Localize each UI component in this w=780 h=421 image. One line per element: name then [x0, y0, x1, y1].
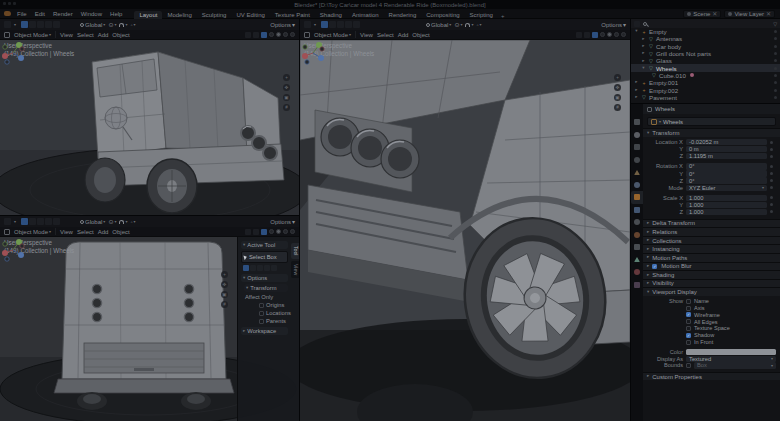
- tab-render[interactable]: [631, 129, 643, 142]
- snap-magnet-toggle[interactable]: ▾: [465, 22, 473, 27]
- shading-wireframe-icon[interactable]: [600, 32, 605, 37]
- measure-tool-button[interactable]: [353, 21, 360, 28]
- proportional-editing-toggle[interactable]: ◦▾: [476, 22, 481, 28]
- navigation-gizmo[interactable]: [0, 237, 26, 263]
- tab-particles[interactable]: [631, 216, 643, 229]
- transform-orientation-dropdown[interactable]: Global▾: [80, 22, 105, 28]
- mode-dropdown[interactable]: Object Mode▾: [14, 32, 51, 38]
- panel-transform[interactable]: ▾Transform: [244, 284, 288, 292]
- object-menu[interactable]: Object: [412, 32, 429, 38]
- scene-selector[interactable]: Scene✕: [683, 10, 721, 18]
- show-overlays-icon[interactable]: [253, 229, 259, 235]
- tab-object[interactable]: [631, 191, 643, 204]
- transform-orientation-dropdown[interactable]: Global▾: [80, 219, 105, 225]
- panel-custom-properties[interactable]: ▸Custom Properties: [643, 372, 780, 381]
- show-overlays-icon[interactable]: [584, 32, 590, 38]
- bounds-checkbox[interactable]: [686, 363, 691, 368]
- add-menu[interactable]: Add: [398, 32, 409, 38]
- cursor-tool-button[interactable]: [37, 21, 44, 28]
- workspace-tab-sculpting[interactable]: Sculpting: [197, 11, 232, 19]
- rotation-mode-dropdown[interactable]: XYZ Euler▾: [686, 185, 767, 191]
- xray-toggle-icon[interactable]: [261, 229, 267, 235]
- outliner-item-glass[interactable]: ▸▽Glass: [631, 57, 780, 64]
- shading-material-icon[interactable]: [283, 229, 288, 234]
- outliner-item-cube-010[interactable]: ▽Cube.010: [631, 72, 780, 79]
- pan-button[interactable]: ✥: [283, 84, 290, 91]
- move-tool-button[interactable]: [345, 21, 352, 28]
- 3d-viewport-canvas[interactable]: User Perspective (149) Collection | Whee…: [0, 40, 299, 215]
- viewport-options-dropdown[interactable]: Options▾: [270, 21, 295, 28]
- move-tool-button[interactable]: [45, 218, 52, 225]
- view-menu[interactable]: View: [360, 32, 373, 38]
- xray-toggle-icon[interactable]: [592, 32, 598, 38]
- unlink-scene-icon[interactable]: ✕: [712, 10, 717, 17]
- tab-world[interactable]: [631, 179, 643, 192]
- outliner-item-grill-doors[interactable]: ▸▽Grill doors Not parts: [631, 50, 780, 57]
- editor-type-icon[interactable]: [304, 21, 311, 28]
- show-gizmo-icon[interactable]: [245, 32, 251, 38]
- shading-material-icon[interactable]: [614, 32, 619, 37]
- tab-texture[interactable]: [631, 279, 643, 292]
- outliner-item-empty[interactable]: ▾+Empty: [631, 28, 780, 35]
- workspace-tab-texture-paint[interactable]: Texture Paint: [270, 11, 315, 19]
- scale-z-field[interactable]: 1.000: [686, 209, 767, 215]
- select-box-tool-button[interactable]: [29, 218, 36, 225]
- select-menu[interactable]: Select: [377, 32, 394, 38]
- tab-constraints[interactable]: [631, 241, 643, 254]
- select-subtract-button[interactable]: [257, 265, 263, 271]
- perspective-toggle-button[interactable]: #: [283, 104, 290, 111]
- panel-visibility[interactable]: ▸Visibility: [643, 279, 780, 288]
- object-menu[interactable]: Object: [112, 32, 129, 38]
- show-name-checkbox[interactable]: [686, 299, 691, 304]
- origins-checkbox[interactable]: [259, 303, 264, 308]
- shading-material-icon[interactable]: [283, 32, 288, 37]
- display-as-dropdown[interactable]: Textured▾: [686, 356, 776, 362]
- sidebar-tab-view[interactable]: View: [291, 261, 299, 278]
- mode-dropdown[interactable]: Object Mode▾: [14, 229, 51, 235]
- workspace-tab-uv-editing[interactable]: UV Editing: [231, 11, 269, 19]
- proportional-editing-toggle[interactable]: ◦▾: [130, 219, 135, 225]
- file-menu[interactable]: File: [13, 11, 31, 17]
- object-menu[interactable]: Object: [112, 229, 129, 235]
- workspace-tab-compositing[interactable]: Compositing: [421, 11, 464, 19]
- panel-transform[interactable]: ▾Transform: [643, 128, 780, 137]
- blender-logo-icon[interactable]: [4, 11, 11, 16]
- editor-type-icon[interactable]: [4, 218, 11, 225]
- outliner-item-empty-002[interactable]: ▸+Empty.002: [631, 86, 780, 93]
- select-extend-button[interactable]: [250, 265, 256, 271]
- show-shadow-checkbox[interactable]: [686, 333, 691, 338]
- shading-wireframe-icon[interactable]: [269, 32, 274, 37]
- unlink-view-layer-icon[interactable]: ✕: [766, 10, 771, 17]
- measure-tool-button[interactable]: [53, 218, 60, 225]
- panel-motion-paths[interactable]: ▸Motion Paths: [643, 253, 780, 262]
- select-new-button[interactable]: [243, 265, 249, 271]
- pan-button[interactable]: ✥: [614, 84, 621, 91]
- editor-type-icon[interactable]: [634, 21, 640, 27]
- cursor-tool-button[interactable]: [337, 21, 344, 28]
- select-invert-button[interactable]: [264, 265, 270, 271]
- workspace-tab-shading[interactable]: Shading: [315, 11, 347, 19]
- show-texture-space-checkbox[interactable]: [686, 326, 691, 331]
- add-menu[interactable]: Add: [98, 32, 109, 38]
- view-menu[interactable]: View: [60, 229, 73, 235]
- shading-solid-icon[interactable]: [607, 32, 612, 37]
- scale-x-field[interactable]: 1.000: [686, 195, 767, 201]
- bounds-dropdown[interactable]: Box▾: [694, 362, 776, 368]
- add-menu[interactable]: Add: [98, 229, 109, 235]
- object-color-swatch[interactable]: [686, 349, 776, 355]
- workspace-tab-scripting[interactable]: Scripting: [465, 11, 498, 19]
- show-wireframe-checkbox[interactable]: [686, 312, 691, 317]
- zoom-button[interactable]: +: [221, 271, 228, 278]
- active-tool-display[interactable]: Select Box: [241, 251, 288, 263]
- select-box-tool-button[interactable]: [29, 21, 36, 28]
- panel-relations[interactable]: ▸Relations: [643, 227, 780, 236]
- perspective-toggle-button[interactable]: #: [614, 104, 621, 111]
- motion-blur-checkbox[interactable]: [652, 264, 657, 269]
- rotation-y-field[interactable]: 0°: [686, 170, 767, 176]
- panel-active-tool[interactable]: ▾Active Tool: [241, 241, 288, 249]
- workspace-tab-layout[interactable]: Layout: [134, 11, 162, 19]
- tab-physics[interactable]: [631, 229, 643, 242]
- select-box-tool-button[interactable]: [329, 21, 336, 28]
- show-in-front-checkbox[interactable]: [686, 340, 691, 345]
- location-x-field[interactable]: -0.02052 m: [686, 139, 767, 145]
